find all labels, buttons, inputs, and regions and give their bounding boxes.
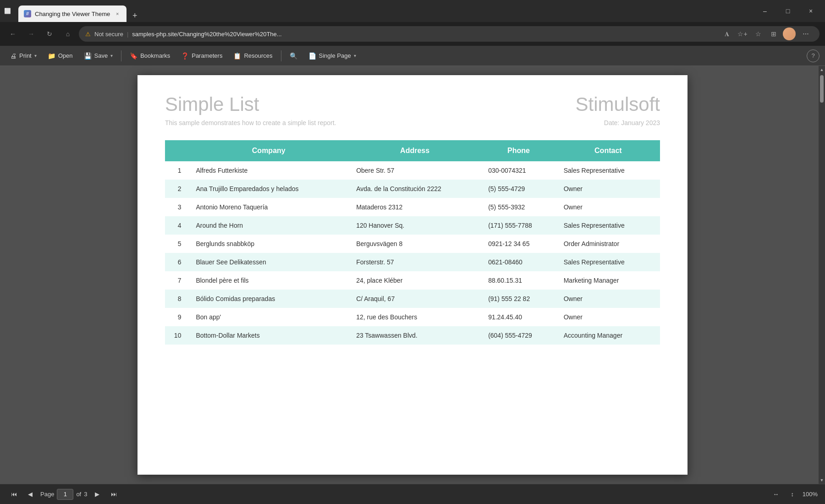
- row-contact: Sales Representative: [556, 253, 660, 271]
- row-address: Obere Str. 57: [349, 161, 481, 180]
- zoom-controls: ↔ ↕ 100%: [770, 488, 818, 501]
- prev-page-button[interactable]: ◀: [24, 488, 37, 501]
- last-page-button[interactable]: ⏭: [107, 488, 120, 501]
- home-button[interactable]: ⌂: [60, 27, 75, 41]
- more-options-button[interactable]: ···: [798, 27, 813, 41]
- table-row: 1 Alfreds Futterkiste Obere Str. 57 030-…: [165, 161, 660, 180]
- table-row: 6 Blauer See Delikatessen Forsterstr. 57…: [165, 253, 660, 271]
- row-phone: (5) 555-3932: [481, 198, 556, 216]
- col-header-contact: Contact: [556, 140, 660, 161]
- col-header-address: Address: [349, 140, 481, 161]
- row-contact: Owner: [556, 308, 660, 326]
- window-close-button[interactable]: ×: [800, 2, 821, 20]
- favorites-icon[interactable]: ☆: [752, 27, 764, 40]
- collections-icon[interactable]: ⊞: [767, 27, 780, 40]
- single-page-chevron-icon: ▾: [354, 53, 356, 58]
- refresh-icon: ↻: [47, 30, 52, 38]
- scroll-up-arrow[interactable]: ▲: [819, 66, 825, 73]
- minimize-button[interactable]: –: [754, 2, 776, 20]
- row-phone: (604) 555-4729: [481, 326, 556, 345]
- resources-icon: 📋: [233, 52, 241, 60]
- open-button[interactable]: 📁 Open: [43, 49, 77, 63]
- profile-avatar[interactable]: [783, 27, 796, 40]
- row-address: Mataderos 2312: [349, 198, 481, 216]
- print-button[interactable]: 🖨 Print ▾: [6, 49, 41, 63]
- bookmarks-button[interactable]: 🔖 Bookmarks: [125, 49, 175, 63]
- row-phone: 030-0074321: [481, 161, 556, 180]
- row-phone: 91.24.45.40: [481, 308, 556, 326]
- first-page-button[interactable]: ⏮: [7, 488, 20, 501]
- close-tab-button[interactable]: ×: [114, 10, 121, 17]
- address-bar: ← → ↻ ⌂ ⚠ Not secure | samples-php.site/…: [0, 22, 825, 46]
- col-header-num: [165, 140, 188, 161]
- new-tab-button[interactable]: +: [128, 9, 141, 22]
- fit-height-button[interactable]: ↕: [786, 488, 799, 501]
- refresh-button[interactable]: ↻: [42, 27, 57, 41]
- row-company: Bottom-Dollar Markets: [188, 326, 349, 345]
- url-bar[interactable]: ⚠ Not secure | samples-php.site/Changing…: [79, 26, 820, 42]
- title-bar: ⬜ // Changing the Viewer Theme × + – □ ×: [0, 0, 825, 22]
- page-label: Page: [40, 491, 54, 498]
- resources-button[interactable]: 📋 Resources: [229, 49, 277, 63]
- row-address: Berguvsvägen 8: [349, 235, 481, 253]
- url-text: samples-php.site/Changing%20the%20Viewer…: [132, 31, 281, 38]
- single-page-label: Single Page: [319, 52, 351, 59]
- single-page-button[interactable]: 📄 Single Page ▾: [304, 49, 361, 63]
- next-page-button[interactable]: ▶: [91, 488, 104, 501]
- row-company: Antonio Moreno Taquería: [188, 198, 349, 216]
- address-bar-actions: 𝐀 ☆+ ☆ ⊞ ···: [720, 27, 813, 41]
- maximize-button[interactable]: □: [777, 2, 798, 20]
- help-button[interactable]: ?: [807, 49, 820, 62]
- row-company: Bólido Comidas preparadas: [188, 290, 349, 308]
- active-tab[interactable]: // Changing the Viewer Theme ×: [18, 5, 126, 22]
- row-number: 4: [165, 216, 188, 235]
- print-chevron-icon: ▾: [34, 53, 37, 58]
- save-chevron-icon: ▾: [110, 53, 113, 58]
- row-address: 12, rue des Bouchers: [349, 308, 481, 326]
- page-number-input[interactable]: [57, 489, 73, 500]
- prev-page-icon: ◀: [28, 491, 33, 498]
- parameters-icon: ❓: [181, 52, 189, 60]
- zoom-icon-btn[interactable]: 🔍: [285, 49, 302, 63]
- add-to-favorites-icon[interactable]: ☆+: [736, 27, 749, 40]
- tab-bar: // Changing the Viewer Theme × +: [18, 0, 141, 22]
- col-header-phone: Phone: [481, 140, 556, 161]
- first-page-icon: ⏮: [11, 491, 17, 498]
- row-company: Blondel père et fils: [188, 271, 349, 290]
- back-button[interactable]: ←: [6, 27, 20, 41]
- row-number: 8: [165, 290, 188, 308]
- row-contact: Sales Representative: [556, 216, 660, 235]
- not-secure-label: Not secure: [94, 31, 123, 38]
- parameters-label: Parameters: [192, 52, 222, 59]
- forward-icon: →: [28, 30, 34, 38]
- read-aloud-icon[interactable]: 𝐀: [720, 27, 733, 40]
- row-contact: Owner: [556, 180, 660, 198]
- parameters-button[interactable]: ❓ Parameters: [176, 49, 227, 63]
- forward-button[interactable]: →: [24, 27, 38, 41]
- row-contact: Sales Representative: [556, 161, 660, 180]
- row-company: Berglunds snabbköp: [188, 235, 349, 253]
- row-phone: 0921-12 34 65: [481, 235, 556, 253]
- sidebar-toggle-icon[interactable]: ⬜: [4, 7, 11, 15]
- report-subtitle: This sample demonstrates how to create a…: [165, 119, 336, 126]
- save-button[interactable]: 💾 Save ▾: [79, 49, 118, 63]
- scroll-thumb[interactable]: [820, 75, 824, 103]
- row-contact: Marketing Manager: [556, 271, 660, 290]
- row-number: 9: [165, 308, 188, 326]
- row-address: C/ Araquil, 67: [349, 290, 481, 308]
- row-phone: 88.60.15.31: [481, 271, 556, 290]
- table-body: 1 Alfreds Futterkiste Obere Str. 57 030-…: [165, 161, 660, 345]
- row-address: Forsterstr. 57: [349, 253, 481, 271]
- tab-title: Changing the Viewer Theme: [35, 11, 110, 17]
- fit-height-icon: ↕: [791, 491, 794, 498]
- open-icon: 📁: [48, 52, 55, 60]
- table-row: 4 Around the Horn 120 Hanover Sq. (171) …: [165, 216, 660, 235]
- zoom-level: 100%: [803, 491, 818, 498]
- scrollbar[interactable]: ▲ ▼: [819, 66, 825, 484]
- scroll-down-arrow[interactable]: ▼: [819, 477, 825, 484]
- row-contact: Owner: [556, 198, 660, 216]
- row-number: 3: [165, 198, 188, 216]
- back-icon: ←: [10, 30, 16, 38]
- fit-width-button[interactable]: ↔: [770, 488, 782, 501]
- bookmarks-label: Bookmarks: [140, 52, 170, 59]
